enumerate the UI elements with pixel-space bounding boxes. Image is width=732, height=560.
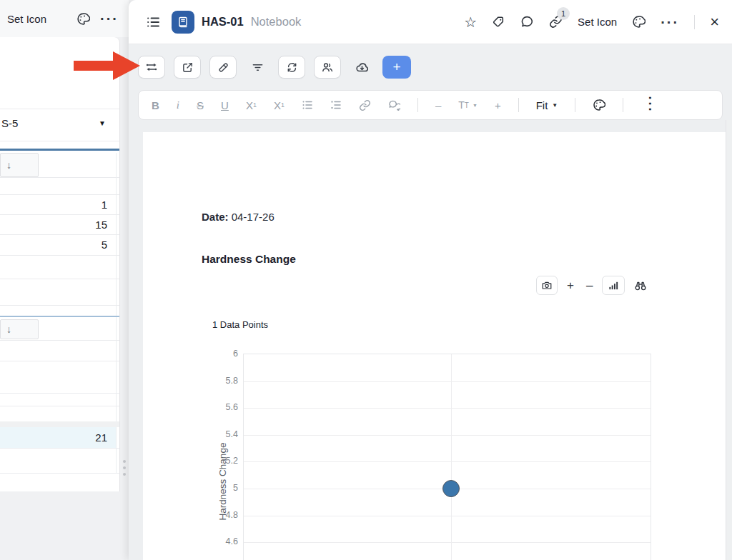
open-external-button[interactable]: [174, 56, 201, 79]
divider: [0, 177, 119, 178]
more-options-icon[interactable]: ···: [661, 19, 679, 25]
divider: [417, 98, 418, 112]
table-cell[interactable]: 15: [0, 214, 116, 234]
left-panel-table-card: S-5 ▼ ↓ 1 15 5 ↓ 21: [0, 37, 120, 491]
table1-sort-header[interactable]: ↓: [0, 153, 39, 177]
favorite-star-icon[interactable]: ☆: [464, 15, 477, 29]
y-tick-label: 4.8: [211, 510, 238, 520]
divider: [0, 340, 119, 341]
panel-resize-handle[interactable]: [122, 460, 127, 476]
underline-button[interactable]: U: [221, 99, 229, 111]
app-window: Set Icon ··· S-5 ▼ ↓ 1 15 5: [0, 0, 732, 560]
strikethrough-button[interactable]: S: [197, 99, 204, 111]
add-content-button[interactable]: +: [382, 56, 411, 79]
chevron-down-icon: ▼: [552, 102, 558, 109]
table1-accent-bar: [0, 149, 119, 151]
link-icon[interactable]: 1: [549, 15, 563, 29]
divider: [623, 98, 623, 112]
sort-descending-icon: ↓: [6, 159, 11, 171]
document-page[interactable]: Date: 04-17-26 Hardness Change + –: [143, 132, 726, 560]
left-set-icon-button[interactable]: Set Icon: [7, 13, 66, 25]
notebook-panel: HAS-01 Notebook ☆: [129, 0, 732, 560]
italic-button[interactable]: i: [177, 99, 179, 111]
more-vertical-icon[interactable]: ···: [647, 96, 652, 114]
divider: [0, 255, 119, 256]
set-icon-button[interactable]: Set Icon: [578, 16, 617, 28]
divider: [694, 15, 695, 29]
scatter-point[interactable]: [442, 480, 460, 497]
y-tick-label: 5.2: [211, 456, 238, 466]
divider: [0, 448, 119, 449]
chevron-down-icon: ▼: [99, 119, 106, 127]
h-gridline: [244, 408, 651, 409]
bullet-list-button[interactable]: [302, 99, 313, 111]
entry-action-bar: +: [129, 44, 732, 90]
zoom-in-button[interactable]: +: [564, 276, 577, 295]
divider: [0, 361, 119, 361]
table-row: [0, 421, 119, 427]
y-tick-label: 5: [211, 483, 238, 493]
table-cell[interactable]: 1: [0, 194, 116, 214]
test-tube-button[interactable]: [209, 56, 237, 79]
subscript-button[interactable]: X1: [274, 99, 285, 111]
outline-list-icon[interactable]: [146, 15, 160, 29]
sample-dropdown[interactable]: S-5 ▼: [0, 109, 119, 137]
chart-toolbar: + –: [536, 276, 650, 295]
y-tick-label: 5.8: [211, 376, 238, 386]
increase-font-button[interactable]: +: [495, 99, 501, 111]
divider: [0, 393, 119, 394]
palette-icon[interactable]: [593, 99, 605, 111]
entry-title: HAS-01: [202, 15, 244, 29]
bar-chart-button[interactable]: [602, 276, 625, 295]
tag-icon[interactable]: [492, 15, 505, 29]
y-tick-label: 5.4: [211, 429, 238, 439]
comment-button[interactable]: [388, 99, 400, 111]
h-gridline: [244, 461, 651, 462]
superscript-button[interactable]: X1: [246, 99, 257, 111]
zoom-out-button[interactable]: –: [583, 276, 595, 295]
more-options-icon[interactable]: ···: [100, 16, 119, 21]
h-gridline: [244, 435, 651, 436]
decrease-font-button[interactable]: –: [435, 99, 441, 111]
entry-type: Notebook: [251, 15, 302, 29]
close-icon[interactable]: ×: [710, 14, 719, 30]
bold-button[interactable]: B: [152, 99, 159, 111]
plot-area[interactable]: Hardness Change 65.85.65.45.254.84.6: [243, 354, 651, 560]
sample-dropdown-value: S-5: [1, 117, 18, 129]
explore-binoculars-button[interactable]: [631, 276, 650, 295]
chart-title: 1 Data Points: [212, 319, 268, 330]
date-line: Date: 04-17-26: [202, 211, 274, 223]
h-gridline: [244, 542, 651, 543]
comments-icon[interactable]: [520, 15, 534, 29]
table-cell[interactable]: 5: [0, 234, 116, 255]
collaborators-button[interactable]: [314, 56, 341, 79]
table-cell-selected[interactable]: 21: [0, 427, 116, 448]
sync-button[interactable]: [278, 56, 305, 79]
date-label: Date:: [202, 211, 229, 223]
h-gridline: [244, 381, 651, 382]
numbered-list-button[interactable]: [330, 99, 342, 111]
h-gridline: [244, 516, 651, 516]
divider: [0, 305, 119, 306]
font-size-button[interactable]: TT ▼: [458, 99, 478, 111]
divider: [0, 473, 119, 474]
notebook-icon: [172, 11, 194, 34]
chevron-down-icon: ▼: [473, 103, 478, 108]
divider: [518, 98, 519, 112]
zoom-fit-dropdown[interactable]: Fit ▼: [536, 99, 558, 111]
cloud-download-icon[interactable]: [350, 56, 374, 79]
divider: [0, 406, 119, 406]
table2-sort-header[interactable]: ↓: [0, 319, 39, 339]
date-value: 04-17-26: [232, 211, 274, 223]
palette-icon[interactable]: [632, 15, 646, 29]
filter-icon[interactable]: [245, 56, 269, 79]
vertical-scrollbar[interactable]: [726, 120, 732, 560]
snapshot-camera-button[interactable]: [536, 276, 558, 295]
y-tick-label: 4.6: [211, 536, 238, 546]
palette-icon[interactable]: [76, 12, 90, 26]
divider: [0, 141, 119, 141]
insert-link-button[interactable]: [359, 99, 371, 111]
text-format-toolbar: B i S U X1 X1: [138, 90, 723, 120]
notebook-header: HAS-01 Notebook ☆: [129, 0, 732, 44]
divider: [0, 279, 119, 279]
